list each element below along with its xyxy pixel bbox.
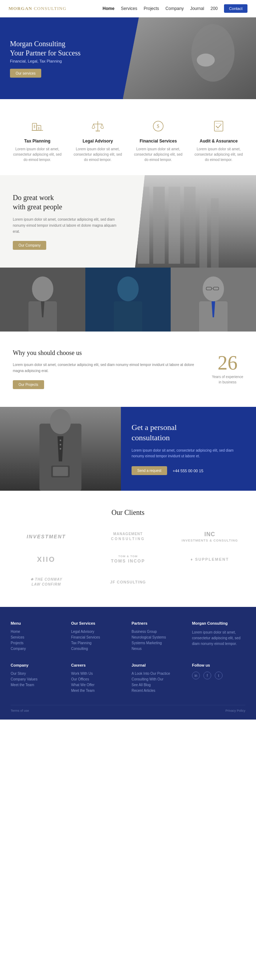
footer-menu-projects[interactable]: Projects bbox=[11, 641, 64, 645]
nav-company[interactable]: Company bbox=[165, 6, 184, 11]
footer-journal-all[interactable]: See All Blog bbox=[131, 683, 185, 687]
footer-partner-systems[interactable]: Systems Marketing bbox=[131, 641, 185, 645]
footer-careers-offices[interactable]: Our Offices bbox=[71, 677, 125, 681]
client-logo-supplement: ♦ SUPPLEMENT bbox=[174, 552, 245, 566]
footer-menu-services[interactable]: Services bbox=[11, 635, 64, 639]
why-desc: Lorem ipsum dolor sit amet, consectetur … bbox=[13, 362, 198, 374]
footer-journal-consulting[interactable]: Consulting With Our bbox=[131, 677, 185, 681]
footer-partner-business[interactable]: Business Group bbox=[131, 630, 185, 633]
footer-svc-legal[interactable]: Legal Advisory bbox=[71, 630, 125, 633]
footer-morgan-desc: Lorem ipsum dolor sit amet, consectetur … bbox=[192, 630, 245, 647]
team-photos-section bbox=[0, 267, 256, 331]
footer-careers-work[interactable]: Work With Us bbox=[71, 671, 125, 676]
footer-careers-team[interactable]: Meet the Team bbox=[71, 689, 125, 692]
privacy-link[interactable]: Privacy Policy bbox=[226, 709, 245, 713]
svg-point-2 bbox=[197, 54, 215, 67]
why-stat-label-line2: in business bbox=[219, 380, 237, 384]
nav-home[interactable]: Home bbox=[103, 6, 115, 11]
footer-partners-title: Partners bbox=[131, 621, 185, 625]
svg-rect-4 bbox=[34, 125, 35, 128]
client-logo-investment: INVESTMENT bbox=[11, 530, 82, 544]
footer-menu-col: Menu Home Services Projects Company bbox=[11, 621, 64, 652]
svg-rect-22 bbox=[211, 198, 219, 267]
consult-title-line2: consultation bbox=[131, 433, 170, 442]
company-cta-button[interactable]: Our Company bbox=[13, 241, 46, 250]
social-twitter[interactable]: t bbox=[215, 671, 222, 679]
social-linkedin[interactable]: in bbox=[192, 671, 200, 679]
footer-services-title: Our Services bbox=[71, 621, 125, 625]
company-title-line2: with great people bbox=[13, 203, 62, 211]
tax-planning-desc: Lorem ipsum dolor sit amet, consectetur … bbox=[11, 146, 64, 162]
services-grid: Tax Planning Lorem ipsum dolor sit amet,… bbox=[11, 120, 245, 162]
footer-svc-tax[interactable]: Tax Planning bbox=[71, 641, 125, 645]
footer-partner-nexus[interactable]: Nexus bbox=[131, 647, 185, 651]
consult-photo bbox=[0, 407, 121, 491]
brand-logo[interactable]: MORGAN CONSULTING bbox=[8, 6, 67, 11]
team-photo-3 bbox=[171, 267, 256, 331]
service-legal-advisory: Legal Advisory Lorem ipsum dolor sit ame… bbox=[71, 120, 125, 162]
footer-follow-title: Follow us bbox=[192, 663, 245, 667]
footer-svc-financial[interactable]: Financial Services bbox=[71, 635, 125, 639]
why-stat-number: 26 bbox=[212, 353, 243, 373]
nav-journal[interactable]: Journal bbox=[190, 6, 204, 11]
footer-company-story[interactable]: Our Story bbox=[11, 671, 64, 676]
footer-grid-2: Company Our Story Company Values Meet th… bbox=[11, 663, 245, 694]
footer-company-team[interactable]: Meet the Team bbox=[11, 683, 64, 687]
tax-planning-icon bbox=[11, 120, 64, 135]
audit-title: Audit & Assurance bbox=[192, 138, 245, 143]
footer-company-values[interactable]: Company Values bbox=[11, 677, 64, 681]
footer-menu-title: Menu bbox=[11, 621, 64, 625]
why-content: Why you should choose us Lorem ipsum dol… bbox=[13, 349, 198, 389]
clients-section: Our Clients INVESTMENT MANAGEMENTCONSULT… bbox=[0, 491, 256, 607]
terms-link[interactable]: Terms of use bbox=[11, 709, 29, 713]
footer-journal-recent[interactable]: Recent Articles bbox=[131, 689, 185, 692]
nav-services[interactable]: Services bbox=[121, 6, 137, 11]
brand-name-part1: MORGAN bbox=[8, 6, 32, 11]
svg-rect-19 bbox=[168, 187, 180, 264]
nav-projects[interactable]: Projects bbox=[144, 6, 159, 11]
consult-cta-button[interactable]: Send a request bbox=[131, 466, 167, 475]
service-audit: Audit & Assurance Lorem ipsum dolor sit … bbox=[192, 120, 245, 162]
svg-text:$: $ bbox=[157, 124, 159, 129]
financial-title: Financial Services bbox=[131, 138, 185, 143]
clients-title: Our Clients bbox=[11, 509, 245, 517]
footer-services-col: Our Services Legal Advisory Financial Se… bbox=[71, 621, 125, 652]
footer-journal-practice[interactable]: A Look Into Our Practice bbox=[131, 671, 185, 676]
contact-button[interactable]: Contact bbox=[224, 4, 248, 13]
team-photo-2 bbox=[85, 267, 171, 331]
footer-grid: Menu Home Services Projects Company Our … bbox=[11, 621, 245, 652]
svg-point-39 bbox=[50, 409, 71, 434]
footer-menu-company[interactable]: Company bbox=[11, 647, 64, 651]
footer-svc-consulting[interactable]: Consulting bbox=[71, 647, 125, 651]
hero-cta-button[interactable]: Our services bbox=[10, 69, 41, 78]
social-facebook[interactable]: f bbox=[203, 671, 211, 679]
tax-planning-title: Tax Planning bbox=[11, 138, 64, 143]
consult-title-line1: Get a personal bbox=[131, 423, 177, 432]
client-logo-xiio: XIIO bbox=[11, 552, 82, 566]
svg-rect-45 bbox=[53, 467, 68, 476]
nav-200[interactable]: 200 bbox=[211, 6, 218, 11]
why-stats: 26 Years of experience in business bbox=[212, 349, 243, 385]
svg-rect-6 bbox=[38, 127, 40, 130]
footer-partners-col: Partners Business Group Neurological Sys… bbox=[131, 621, 185, 652]
footer-menu-home[interactable]: Home bbox=[11, 630, 64, 633]
financial-icon: $ bbox=[131, 120, 185, 135]
clients-grid: INVESTMENT MANAGEMENTCONSULTING INC Inve… bbox=[11, 530, 245, 589]
footer-partner-neuro[interactable]: Neurological Systems bbox=[131, 635, 185, 639]
hero-section: Morgan Consulting Your Partner for Succe… bbox=[0, 18, 256, 99]
hero-photo bbox=[123, 18, 256, 99]
why-stat-label-line1: Years of experience bbox=[212, 375, 243, 379]
client-logo-conway: ❖ The ConwayLaw confirm bbox=[11, 575, 82, 589]
consult-phone: +44 555 00 00 15 bbox=[173, 469, 203, 473]
svg-rect-13 bbox=[214, 121, 223, 131]
audit-desc: Lorem ipsum dolor sit amet, consectetur … bbox=[192, 146, 245, 162]
team-photo-1 bbox=[0, 267, 85, 331]
why-cta-button[interactable]: Our Projects bbox=[13, 380, 44, 389]
company-section: Do great work with great people Lorem ip… bbox=[0, 175, 256, 267]
consult-actions: Send a request +44 555 00 00 15 bbox=[131, 466, 245, 475]
footer-careers-offer[interactable]: What We Offer bbox=[71, 683, 125, 687]
nav-links: Home Services Projects Company Journal 2… bbox=[103, 4, 248, 13]
footer-journal-col: Journal A Look Into Our Practice Consult… bbox=[131, 663, 185, 694]
footer-divider bbox=[11, 705, 245, 705]
why-stat-label: Years of experience in business bbox=[212, 374, 243, 385]
